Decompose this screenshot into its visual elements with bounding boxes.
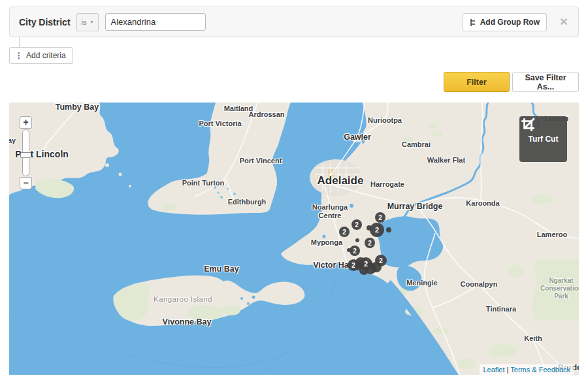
filter-group-row: City District is ▾ Add Group Row × bbox=[9, 7, 579, 37]
cluster-marker[interactable]: 2 bbox=[339, 227, 350, 237]
zoom-slider-track[interactable] bbox=[22, 129, 29, 176]
drag-dots-icon: ⋮ bbox=[15, 51, 23, 60]
add-group-row-button[interactable]: Add Group Row bbox=[463, 13, 547, 31]
leaflet-link[interactable]: Leaflet bbox=[483, 366, 504, 374]
zoom-in-button[interactable]: + bbox=[20, 116, 32, 129]
turf-cut-label: Turf Cut bbox=[529, 135, 559, 144]
zoom-control: + − bbox=[20, 116, 32, 189]
point-marker[interactable] bbox=[355, 238, 359, 242]
map-attribution: Leaflet | Terms & Feedback bbox=[480, 364, 574, 375]
cluster-marker[interactable]: 2 bbox=[365, 238, 375, 248]
map-container[interactable]: Tumby BayayPort LincolnMaitlandArdrossan… bbox=[9, 103, 579, 375]
turf-cut-button[interactable]: Turf Cut bbox=[519, 116, 567, 162]
close-icon[interactable]: × bbox=[560, 12, 568, 31]
cluster-marker[interactable]: 2 bbox=[350, 246, 360, 256]
criteria-value-input[interactable] bbox=[105, 13, 206, 31]
cluster-marker[interactable]: 2 bbox=[348, 259, 359, 271]
map-markers: 222222222 bbox=[9, 103, 579, 375]
crop-icon bbox=[519, 116, 536, 133]
operator-value: is bbox=[82, 18, 87, 26]
chevron-down-icon: ▾ bbox=[91, 19, 93, 25]
zoom-slider-handle[interactable] bbox=[20, 152, 31, 158]
attribution-separator: | bbox=[507, 366, 509, 374]
add-criteria-button[interactable]: ⋮ Add criteria bbox=[9, 47, 73, 64]
point-marker[interactable] bbox=[386, 227, 391, 232]
zoom-out-button[interactable]: − bbox=[20, 177, 32, 189]
add-criteria-label: Add criteria bbox=[26, 51, 66, 60]
cluster-marker[interactable]: 2 bbox=[375, 212, 385, 223]
cluster-marker[interactable]: 2 bbox=[359, 257, 372, 270]
cluster-marker[interactable]: 2 bbox=[370, 223, 384, 237]
filter-button[interactable]: Filter bbox=[444, 72, 510, 92]
add-group-row-label: Add Group Row bbox=[480, 18, 540, 27]
operator-dropdown[interactable]: is ▾ bbox=[76, 13, 99, 31]
page: City District is ▾ Add Group Row × ⋮ Add… bbox=[0, 0, 588, 382]
tree-branch-icon bbox=[470, 18, 476, 27]
criteria-connector-line bbox=[19, 37, 20, 47]
terms-feedback-link[interactable]: Terms & Feedback bbox=[510, 366, 570, 374]
cluster-marker[interactable]: 2 bbox=[351, 219, 362, 230]
save-filter-as-button[interactable]: Save Filter As... bbox=[512, 72, 579, 92]
cluster-marker[interactable]: 2 bbox=[375, 255, 387, 266]
field-label: City District bbox=[19, 17, 71, 27]
